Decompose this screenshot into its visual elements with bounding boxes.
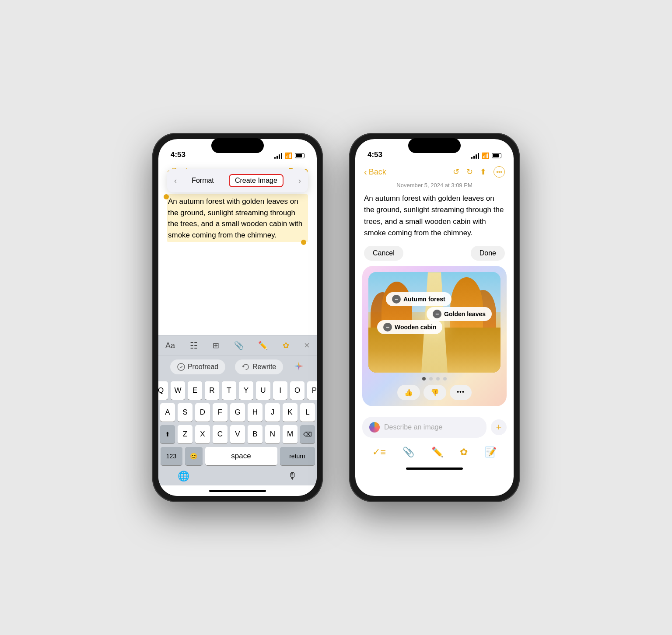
table-icon[interactable]: ⊞ (213, 341, 219, 350)
key-y[interactable]: Y (239, 381, 253, 400)
share-icon[interactable]: ⬆ (480, 167, 486, 177)
return-key[interactable]: return (280, 447, 315, 465)
key-c[interactable]: C (213, 425, 228, 443)
thumbs-down-button[interactable]: 👎 (424, 385, 446, 400)
keyboard-row-3: ⬆ Z X C V B N M ⌫ (160, 425, 315, 443)
keyboard-row-4: 123 😊 space return (160, 447, 315, 465)
pencil-icon[interactable]: ✏️ (431, 447, 443, 458)
dot-1[interactable] (422, 377, 426, 380)
note-text-right[interactable]: An autumn forest with golden leaves on t… (355, 193, 514, 239)
mic-icon[interactable]: 🎙 (288, 471, 298, 482)
key-h[interactable]: H (248, 403, 262, 422)
globe-icon[interactable]: 🌐 (178, 471, 189, 482)
key-u[interactable]: U (256, 381, 270, 400)
key-i[interactable]: I (273, 381, 287, 400)
proofread-button[interactable]: Proofread (170, 359, 225, 374)
bottom-toolbar-right: ✓≡ 📎 ✏️ ✿ 📝 (355, 441, 514, 463)
cancel-button[interactable]: Cancel (364, 246, 403, 261)
key-x[interactable]: X (195, 425, 210, 443)
feedback-row: 👍 👎 ••• (368, 385, 500, 400)
new-note-icon[interactable]: 📝 (485, 447, 497, 458)
emoji-key[interactable]: 😊 (185, 447, 203, 465)
tag-golden-label: Golden leaves (444, 311, 486, 318)
tag-minus-autumn[interactable]: − (392, 295, 401, 304)
key-f[interactable]: F (213, 403, 228, 422)
tag-golden-leaves[interactable]: − Golden leaves (427, 307, 492, 321)
menu-right-arrow[interactable]: › (298, 176, 301, 185)
key-k[interactable]: K (283, 403, 298, 422)
key-p[interactable]: P (307, 381, 317, 400)
dot-4[interactable] (443, 377, 447, 380)
key-z[interactable]: Z (178, 425, 192, 443)
rewrite-icon (242, 363, 250, 371)
menu-left-arrow[interactable]: ‹ (174, 176, 177, 185)
describe-input-field[interactable]: Describe an image (362, 417, 486, 438)
key-q[interactable]: Q (158, 381, 168, 400)
menu-create-image[interactable]: Create Image (229, 174, 284, 187)
key-l[interactable]: L (300, 403, 315, 422)
dot-3[interactable] (436, 377, 440, 380)
back-label-right: Back (369, 167, 386, 177)
keyboard: Q W E R T Y U I O P A S D F G H (158, 378, 317, 485)
close-icon[interactable]: × (304, 340, 310, 351)
checklist-icon[interactable]: ✓≡ (372, 447, 386, 458)
note-text-left[interactable]: An autumn forest with golden leaves on t… (167, 194, 308, 242)
phone-left-screen: 4:53 📶 ‹ Ba (158, 139, 317, 496)
back-button-right[interactable]: ‹ Back (364, 167, 386, 177)
done-button-right[interactable]: Done (471, 246, 505, 261)
key-m[interactable]: M (283, 425, 298, 443)
menu-format[interactable]: Format (192, 177, 214, 185)
key-v[interactable]: V (230, 425, 245, 443)
space-key[interactable]: space (205, 447, 277, 465)
shift-key[interactable]: ⬆ (160, 425, 175, 443)
pen-icon[interactable]: ✏️ (258, 341, 268, 350)
keyboard-bottom-bar: 🌐 🎙 (160, 469, 315, 484)
aa-button[interactable]: Aa (165, 341, 175, 350)
key-o[interactable]: O (290, 381, 304, 400)
brush-icon[interactable]: ✿ (283, 341, 289, 350)
ai-toolbar: Proofread Rewrite (158, 356, 317, 378)
attachment-icon[interactable]: 📎 (402, 447, 414, 458)
rotate-left-icon[interactable]: ↺ (453, 167, 459, 177)
ai-sparkle-button[interactable] (293, 360, 305, 374)
key-d[interactable]: D (195, 403, 210, 422)
pagination-dots (368, 377, 500, 380)
key-w[interactable]: W (171, 381, 185, 400)
proofread-icon (177, 363, 185, 371)
rewrite-button[interactable]: Rewrite (235, 359, 283, 374)
thumbs-up-button[interactable]: 👍 (397, 385, 420, 400)
home-indicator-left (158, 485, 317, 496)
key-g[interactable]: G (230, 403, 245, 422)
more-icon[interactable]: ••• (494, 166, 505, 178)
backspace-key[interactable]: ⌫ (300, 425, 315, 443)
key-j[interactable]: J (265, 403, 280, 422)
key-a[interactable]: A (160, 403, 175, 422)
battery-icon-right (492, 153, 501, 158)
signal-icon-left (274, 153, 282, 159)
key-b[interactable]: B (248, 425, 262, 443)
phones-container: 4:53 📶 ‹ Ba (152, 133, 520, 502)
rotate-right-icon[interactable]: ↻ (466, 167, 473, 177)
status-time-left: 4:53 (171, 150, 186, 159)
tag-minus-golden[interactable]: − (433, 310, 441, 318)
status-icons-left: 📶 (274, 152, 304, 159)
tag-wooden-cabin[interactable]: − Wooden cabin (377, 320, 442, 334)
dot-2[interactable] (429, 377, 433, 380)
magic-brush-icon[interactable]: ✿ (460, 447, 468, 458)
key-t[interactable]: T (222, 381, 236, 400)
numbers-key[interactable]: 123 (161, 447, 182, 465)
describe-ai-icon (369, 422, 380, 433)
key-r[interactable]: R (205, 381, 219, 400)
key-s[interactable]: S (178, 403, 192, 422)
clip-icon[interactable]: 📎 (234, 341, 244, 350)
add-button[interactable]: + (491, 419, 507, 435)
more-options-button[interactable]: ••• (450, 385, 472, 400)
generated-image-container: − Autumn forest − Golden leaves − Wooden… (362, 266, 507, 406)
key-n[interactable]: N (265, 425, 280, 443)
key-e[interactable]: E (188, 381, 202, 400)
tag-autumn-forest[interactable]: − Autumn forest (386, 292, 452, 306)
phone-right-screen: 4:53 📶 ‹ Ba (355, 139, 514, 496)
list-icon[interactable]: ☷ (190, 340, 198, 351)
tag-minus-cabin[interactable]: − (383, 323, 392, 331)
describe-input-row: Describe an image + (362, 417, 507, 438)
